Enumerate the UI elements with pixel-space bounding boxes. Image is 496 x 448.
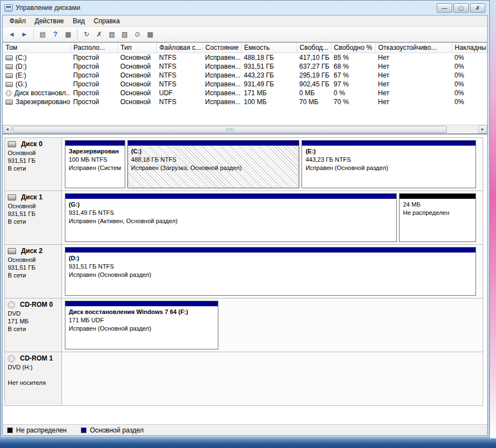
partition-label: Зарезервирован — [69, 147, 121, 156]
volume-name: Зарезервировано... — [16, 98, 70, 106]
partition-f[interactable]: Диск восстановления Windows 7 64 (F:)171… — [65, 301, 218, 349]
open-icon[interactable]: ▧ — [106, 29, 117, 40]
partition-unallocated[interactable]: 24 МБНе распределен — [399, 193, 476, 242]
column-header-volume[interactable]: Том — [3, 43, 70, 53]
partition-detail: Исправен (Основной раздел) — [69, 325, 214, 333]
partition-type-bar — [65, 194, 396, 199]
partition-label: (G:) — [69, 200, 393, 209]
horizontal-scrollbar[interactable]: ◄ ► — [3, 125, 487, 133]
column-header-free-percent[interactable]: Свободно % — [331, 43, 375, 53]
partition-label: (C:) — [131, 147, 296, 156]
disk-header: CD-ROM 0 — [8, 301, 59, 308]
back-icon[interactable]: ◄ — [6, 29, 17, 40]
cd-drive-icon — [8, 301, 15, 308]
disk-name: CD-ROM 0 — [20, 301, 53, 308]
column-header-filesystem[interactable]: Файловая с... — [156, 43, 202, 53]
column-header-status[interactable]: Состояние — [202, 43, 241, 53]
cell-type: Основной — [117, 71, 156, 80]
cell-layout: Простой — [70, 97, 117, 106]
disk-info-disk-1[interactable]: Диск 1Основной931,51 ГБВ сети — [5, 191, 62, 244]
scrollbar-track[interactable] — [12, 125, 478, 133]
maximize-button[interactable]: ▢ — [453, 3, 469, 13]
cell-layout: Простой — [70, 80, 117, 89]
disk-info-cdrom-0[interactable]: CD-ROM 0DVD171 МБВ сети — [5, 298, 62, 352]
scroll-right-arrow[interactable]: ► — [478, 125, 487, 133]
partition-area-disk-1: (G:)931,49 ГБ NTFSИсправен (Активен, Осн… — [62, 191, 483, 244]
partition-body: Зарезервирован100 МБ NTFSИсправен (Систе… — [65, 146, 125, 188]
menu-item-file[interactable]: Файл — [5, 16, 30, 26]
scroll-left-arrow[interactable]: ◄ — [3, 125, 12, 133]
column-header-capacity[interactable]: Емкость — [241, 43, 296, 53]
disk-info-disk-0[interactable]: Диск 0Основной931,51 ГБВ сети — [5, 138, 62, 190]
column-header-layout[interactable]: Располо... — [70, 43, 117, 53]
partition-g[interactable]: (G:)931,49 ГБ NTFSИсправен (Активен, Осн… — [65, 193, 397, 242]
partition-type-bar — [400, 194, 475, 199]
volume-row-e[interactable]: (E:)ПростойОсновнойNTFSИсправен...443,23… — [3, 71, 487, 80]
volume-row-recovery[interactable]: Диск восстановл...ПростойОсновнойUDFИспр… — [3, 89, 487, 97]
partition-detail: 931,49 ГБ NTFS — [69, 209, 393, 217]
forward-icon[interactable]: ► — [19, 29, 30, 40]
cell-fault-tolerance: Нет — [375, 53, 452, 63]
partition-system-reserved[interactable]: Зарезервирован100 МБ NTFSИсправен (Систе… — [65, 140, 125, 188]
scrollbar-thumb[interactable] — [13, 126, 447, 133]
volume-row-g[interactable]: (G:)ПростойОсновнойNTFSИсправен...931,49… — [3, 80, 487, 89]
menu-item-help[interactable]: Справка — [89, 16, 124, 26]
column-header-type[interactable]: Тип — [117, 43, 156, 53]
column-header-fault-tolerance[interactable]: Отказоустойчиво... — [375, 43, 452, 53]
help-icon[interactable]: ? — [50, 29, 61, 40]
cell-volume: (C:) — [3, 53, 70, 63]
disk-management-window: Управление дисками — ▢ ✗ ФайлДействиеВид… — [0, 0, 490, 438]
partition-type-bar — [65, 301, 218, 306]
disk-detail: В сети — [8, 271, 59, 279]
partition-e[interactable]: (E:)443,23 ГБ NTFSИсправен (Основной раз… — [301, 140, 476, 188]
delete-volume-icon[interactable]: ✗ — [94, 29, 105, 40]
cell-volume: (G:) — [3, 80, 70, 89]
disk-detail: DVD — [8, 310, 59, 317]
volume-name: (G:) — [16, 80, 27, 88]
partition-body: (E:)443,23 ГБ NTFSИсправен (Основной раз… — [302, 146, 475, 188]
cell-fault-tolerance: Нет — [375, 89, 452, 97]
column-header-overhead[interactable]: Накладны... — [452, 43, 487, 53]
cd-icon — [6, 90, 12, 96]
partition-area-disk-2: (D:)931,51 ГБ NTFSИсправен (Основной раз… — [62, 245, 483, 298]
column-header-free[interactable]: Свобод... — [296, 43, 331, 53]
show-console-icon[interactable]: ▦ — [63, 29, 74, 40]
cell-layout: Простой — [70, 53, 117, 63]
taskbar[interactable] — [0, 438, 496, 448]
volume-table-header-row: ТомРасполо...ТипФайловая с...СостояниеЕм… — [3, 43, 487, 53]
disk-info-cdrom-1[interactable]: CD-ROM 1DVD (H:)Нет носителя — [5, 352, 62, 405]
disk-info-disk-2[interactable]: Диск 2Основной931,51 ГБВ сети — [5, 245, 62, 298]
volume-name: (C:) — [16, 54, 27, 61]
rescan-icon[interactable]: ⊙ — [132, 29, 143, 40]
explore-icon[interactable]: ▨ — [119, 29, 130, 40]
view-options-icon[interactable]: ▦ — [145, 29, 156, 40]
disk-row-disk-2: Диск 2Основной931,51 ГБВ сети(D:)931,51 … — [4, 245, 483, 298]
partition-body: (G:)931,49 ГБ NTFSИсправен (Активен, Осн… — [65, 199, 396, 241]
partition-detail: 931,51 ГБ NTFS — [69, 262, 472, 271]
partition-area-disk-0: Зарезервирован100 МБ NTFSИсправен (Систе… — [62, 138, 483, 190]
cell-volume: Зарезервировано... — [3, 97, 70, 106]
refresh-icon[interactable]: ↻ — [81, 29, 92, 40]
partition-c[interactable]: (C:)488,18 ГБ NTFSИсправен (Загрузка, Ос… — [127, 140, 300, 188]
partition-d[interactable]: (D:)931,51 ГБ NTFSИсправен (Основной раз… — [65, 247, 476, 296]
disk-row-disk-1: Диск 1Основной931,51 ГБВ сети(G:)931,49 … — [4, 191, 483, 245]
disk-header: CD-ROM 1 — [8, 354, 59, 362]
partition-area-cdrom-0: Диск восстановления Windows 7 64 (F:)171… — [62, 298, 483, 352]
cell-filesystem: NTFS — [156, 97, 202, 106]
cell-free-percent: 68 % — [331, 62, 375, 71]
partition-detail: Исправен (Основной раздел) — [69, 271, 472, 279]
minimize-button[interactable]: — — [437, 3, 452, 13]
volume-row-d[interactable]: (D:)ПростойОсновнойNTFSИсправен...931,51… — [3, 62, 487, 71]
cell-filesystem: NTFS — [156, 62, 202, 71]
volume-row-c[interactable]: (C:)ПростойОсновнойNTFSИсправен...488,18… — [3, 53, 487, 63]
disk-detail: Нет носителя — [8, 379, 59, 387]
cell-filesystem: NTFS — [156, 80, 202, 89]
menu-item-action[interactable]: Действие — [30, 16, 69, 26]
console-tree-icon[interactable]: ▤ — [37, 29, 48, 40]
menu-item-view[interactable]: Вид — [68, 16, 89, 26]
disk-name: CD-ROM 1 — [20, 354, 53, 362]
title-bar[interactable]: Управление дисками — ▢ ✗ — [2, 1, 488, 15]
toolbar: ◄►▤?▦↻✗▧▨⊙▦ — [3, 27, 487, 42]
volume-row-reserved[interactable]: Зарезервировано...ПростойОсновнойNTFSИсп… — [3, 97, 487, 106]
close-button[interactable]: ✗ — [470, 3, 485, 13]
